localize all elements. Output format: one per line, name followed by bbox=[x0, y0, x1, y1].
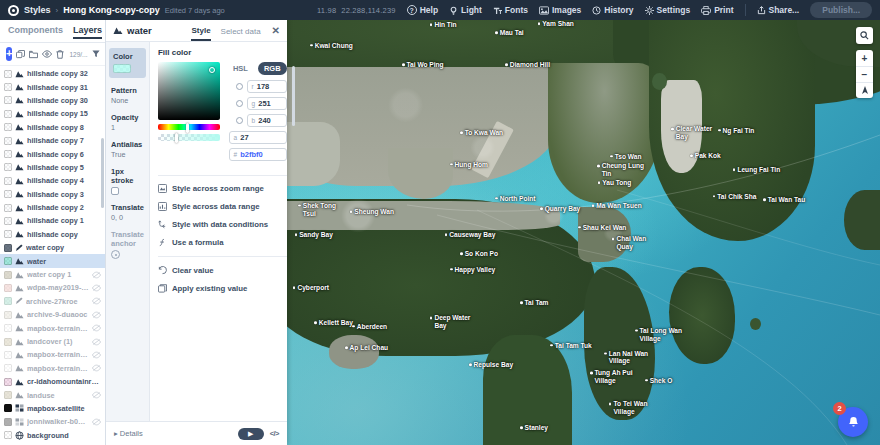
alpha-slider[interactable] bbox=[158, 134, 220, 141]
tab-components[interactable]: Components bbox=[8, 25, 63, 39]
layer-row[interactable]: water copy bbox=[0, 241, 105, 254]
layer-row[interactable]: hillshade copy 30 bbox=[0, 94, 105, 107]
map-place-label: Happy Valley bbox=[450, 266, 495, 274]
images-menu[interactable]: Images bbox=[539, 5, 581, 15]
delete-layer-icon[interactable] bbox=[56, 50, 64, 59]
publish-button[interactable]: Publish... bbox=[810, 2, 872, 18]
layer-row[interactable]: hillshade copy 1 bbox=[0, 214, 105, 227]
fonts-menu[interactable]: Fonts bbox=[493, 5, 528, 15]
blue-radio[interactable] bbox=[236, 117, 243, 124]
layer-row[interactable]: water copy 1 bbox=[0, 268, 105, 281]
layer-row[interactable]: hillshade copy 7 bbox=[0, 134, 105, 147]
tab-style[interactable]: Style bbox=[191, 21, 210, 41]
stroke-checkbox[interactable] bbox=[111, 187, 119, 195]
filter-layers-icon[interactable] bbox=[92, 50, 100, 58]
zoom-in-button[interactable]: + bbox=[856, 50, 873, 66]
editor-scrollbar[interactable] bbox=[292, 66, 295, 126]
layer-color-swatch bbox=[4, 338, 12, 346]
layer-row[interactable]: hillshade copy bbox=[0, 228, 105, 241]
hue-marker[interactable] bbox=[186, 123, 189, 133]
close-icon[interactable]: ✕ bbox=[272, 25, 280, 36]
layer-row[interactable]: jonniwalker-b01773rt bbox=[0, 415, 105, 428]
property-translate[interactable]: Translate 0, 0 bbox=[111, 203, 144, 222]
layer-color-swatch bbox=[4, 204, 12, 212]
layer-row[interactable]: cr-idahomountainranges-pu... bbox=[0, 375, 105, 388]
map-place-label: Kellett Bay bbox=[314, 319, 353, 327]
layer-row[interactable]: mapbox-terrain-rgb bbox=[0, 362, 105, 375]
hue-slider[interactable] bbox=[158, 124, 220, 130]
group-layers-icon[interactable] bbox=[29, 50, 38, 59]
apply-existing-value-button[interactable]: Apply existing value bbox=[158, 284, 287, 293]
poi-dot-icon bbox=[450, 268, 453, 271]
tab-layers[interactable]: Layers bbox=[73, 25, 102, 39]
layer-row[interactable]: hillshade copy 31 bbox=[0, 80, 105, 93]
style-across-data-button[interactable]: Style across data range bbox=[158, 202, 287, 211]
history-menu[interactable]: History bbox=[592, 5, 633, 15]
property-opacity[interactable]: Opacity 1 bbox=[111, 113, 144, 132]
layer-row[interactable]: hillshade copy 32 bbox=[0, 67, 105, 80]
duplicate-layer-icon[interactable] bbox=[16, 50, 25, 59]
add-layer-button[interactable]: + bbox=[6, 47, 12, 61]
red-input[interactable]: 178 bbox=[257, 82, 270, 91]
property-pattern[interactable]: Pattern None bbox=[111, 86, 144, 105]
alpha-marker[interactable] bbox=[175, 133, 178, 143]
layer-row[interactable]: mapbox-terrain-rgb copy bbox=[0, 348, 105, 361]
use-formula-button[interactable]: Use a formula bbox=[158, 238, 287, 247]
map-place-label: Shau Kei Wan bbox=[578, 224, 626, 232]
green-input[interactable]: 251 bbox=[258, 99, 271, 108]
line-layer-icon bbox=[15, 297, 23, 305]
blue-input[interactable]: 240 bbox=[258, 116, 271, 125]
print-menu[interactable]: Print bbox=[701, 5, 733, 15]
layer-row[interactable]: hillshade copy 4 bbox=[0, 174, 105, 187]
layer-row[interactable]: archive-27kroe bbox=[0, 295, 105, 308]
rgb-mode-button[interactable]: RGB bbox=[258, 62, 287, 75]
green-radio[interactable] bbox=[236, 100, 243, 107]
layer-row[interactable]: mapbox-satellite bbox=[0, 402, 105, 415]
property-stroke[interactable]: 1px stroke bbox=[111, 167, 144, 195]
poi-dot-icon bbox=[460, 252, 463, 255]
layer-row[interactable]: landcover (1) bbox=[0, 335, 105, 348]
layer-row[interactable]: hillshade copy 6 bbox=[0, 147, 105, 160]
layer-name: mapbox-satellite bbox=[27, 404, 101, 413]
compass-button[interactable] bbox=[856, 82, 873, 98]
form-view-toggle[interactable]: ▶ bbox=[238, 428, 264, 440]
layer-zoom-count: 129/... bbox=[69, 51, 87, 58]
layer-row[interactable]: water bbox=[0, 254, 105, 267]
toggle-visibility-icon[interactable] bbox=[42, 50, 52, 58]
layer-row[interactable]: hillshade copy 3 bbox=[0, 188, 105, 201]
style-with-conditions-button[interactable]: Style with data conditions bbox=[158, 220, 287, 229]
hex-input[interactable]: b2fbf0 bbox=[240, 150, 263, 159]
layer-row[interactable]: background bbox=[0, 429, 105, 442]
hsl-mode-button[interactable]: HSL bbox=[227, 62, 254, 75]
property-color[interactable]: Color bbox=[109, 48, 146, 78]
layer-row[interactable]: hillshade copy 5 bbox=[0, 161, 105, 174]
layer-row[interactable]: mapbox-terrain-rgb (1) bbox=[0, 321, 105, 334]
alpha-input[interactable]: 27 bbox=[240, 133, 248, 142]
help-menu[interactable]: ? Help bbox=[407, 5, 438, 15]
saturation-marker[interactable] bbox=[209, 67, 215, 73]
share-menu[interactable]: Share... bbox=[757, 5, 800, 15]
style-across-zoom-button[interactable]: Style across zoom range bbox=[158, 184, 287, 193]
layer-row[interactable]: wdpa-may2019-aus-sha... bbox=[0, 281, 105, 294]
clear-value-button[interactable]: Clear value bbox=[158, 266, 287, 275]
zoom-out-button[interactable]: − bbox=[856, 66, 873, 82]
code-view-toggle[interactable]: </> bbox=[270, 429, 279, 438]
layer-row[interactable]: landuse bbox=[0, 388, 105, 401]
property-translate-anchor[interactable]: Translate anchor bbox=[111, 230, 144, 259]
property-antialias[interactable]: Antialias True bbox=[111, 140, 144, 159]
layer-row[interactable]: archive-9-duaooc bbox=[0, 308, 105, 321]
tab-select-data[interactable]: Select data bbox=[221, 22, 261, 40]
red-radio[interactable] bbox=[236, 83, 243, 90]
settings-menu[interactable]: Settings bbox=[645, 5, 691, 15]
layer-row[interactable]: hillshade copy 15 bbox=[0, 107, 105, 120]
light-menu[interactable]: Light bbox=[449, 5, 482, 15]
map-search-button[interactable] bbox=[856, 27, 873, 44]
sidebar-scrollbar[interactable] bbox=[101, 138, 104, 208]
saturation-picker[interactable] bbox=[158, 62, 220, 120]
map-canvas[interactable]: Kwai Chung Hin Tin Mau Tai Yam Shan Tai … bbox=[287, 20, 880, 445]
layer-row[interactable]: hillshade copy 2 bbox=[0, 201, 105, 214]
layer-row[interactable]: hillshade copy 8 bbox=[0, 121, 105, 134]
fill-layer-icon bbox=[15, 364, 24, 372]
details-toggle[interactable]: ▸ Details bbox=[114, 429, 232, 438]
breadcrumb-styles[interactable]: Styles bbox=[24, 5, 51, 15]
